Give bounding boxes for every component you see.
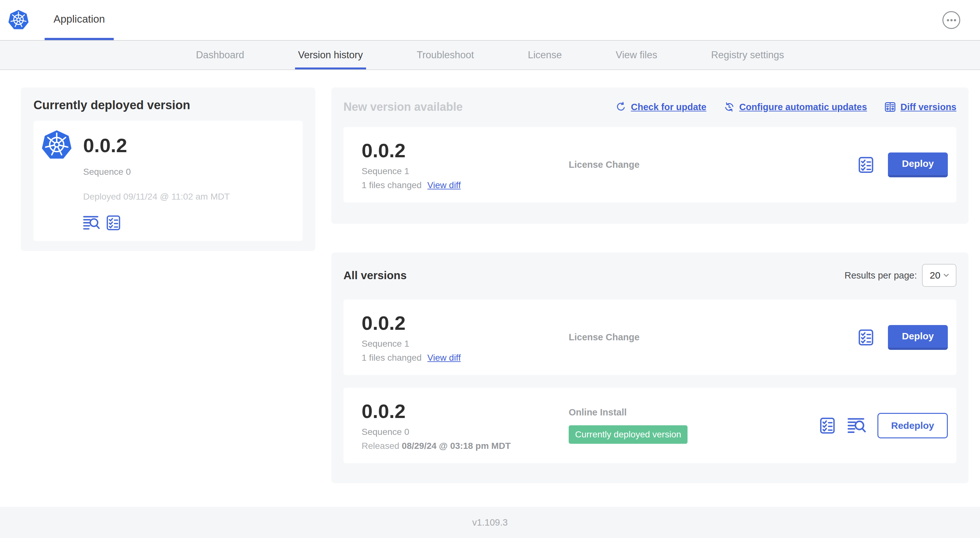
console-version-label: v1.109.3 (472, 517, 508, 528)
currently-deployed-panel: Currently deployed version 0.0.2 Sequenc… (21, 87, 315, 251)
auto-update-clock-icon (724, 101, 735, 113)
refresh-icon (615, 101, 627, 113)
main-content: Currently deployed version 0.0.2 Sequenc… (0, 70, 980, 507)
ellipsis-icon (947, 19, 956, 21)
chevron-down-icon (944, 274, 949, 277)
diff-icon (884, 101, 896, 113)
configure-automatic-updates-label[interactable]: Configure automatic updates (739, 102, 867, 113)
kubernetes-logo-icon (8, 10, 29, 30)
deploy-logs-icon[interactable] (848, 418, 866, 433)
files-changed-label: 1 files changed (362, 353, 422, 363)
version-source-label: Online Install (569, 407, 819, 418)
new-version-row: 0.0.2 Sequence 1 1 files changed View di… (344, 127, 956, 203)
version-row: 0.0.2 Sequence 0 Released 08/29/24 @ 03:… (344, 388, 956, 463)
app-footer: v1.109.3 (0, 507, 980, 538)
diff-versions-label[interactable]: Diff versions (900, 102, 956, 113)
currently-deployed-title: Currently deployed version (33, 98, 303, 112)
version-sequence: Sequence 1 (362, 339, 569, 349)
deployed-sequence: Sequence 0 (83, 167, 230, 177)
view-diff-link[interactable]: View diff (427, 353, 461, 363)
released-timestamp: Released 08/29/24 @ 03:18 pm MDT (362, 441, 569, 451)
check-for-update-link[interactable]: Check for update (615, 101, 706, 113)
currently-deployed-card: 0.0.2 Sequence 0 Deployed 09/11/24 @ 11:… (33, 121, 303, 241)
new-version-title: New version available (344, 100, 463, 114)
deployed-version-number: 0.0.2 (83, 134, 230, 157)
deploy-logs-icon[interactable] (83, 216, 100, 230)
app-header: Application (0, 0, 980, 41)
tab-registry-settings[interactable]: Registry settings (708, 41, 787, 70)
more-options-button[interactable] (942, 11, 960, 29)
tab-license[interactable]: License (525, 41, 565, 70)
app-title: Application (54, 13, 105, 25)
version-sequence: Sequence 1 (362, 166, 569, 176)
files-changed-label: 1 files changed (362, 180, 422, 190)
deployed-timestamp: Deployed 09/11/24 @ 11:02 am MDT (83, 192, 230, 202)
version-number: 0.0.2 (362, 139, 569, 162)
results-per-page-select[interactable]: 20 (922, 264, 956, 287)
currently-deployed-badge: Currently deployed version (569, 425, 687, 444)
preflight-checklist-icon[interactable] (858, 156, 875, 174)
version-sequence: Sequence 0 (362, 427, 569, 437)
results-per-page-value: 20 (930, 270, 940, 281)
tab-version-history[interactable]: Version history (295, 41, 366, 70)
version-row: 0.0.2 Sequence 1 1 files changed View di… (344, 300, 956, 375)
app-subnav: Dashboard Version history Troubleshoot L… (0, 41, 980, 70)
diff-versions-link[interactable]: Diff versions (884, 101, 956, 113)
results-per-page-label: Results per page: (845, 270, 917, 281)
kubernetes-logo-icon (42, 130, 72, 232)
version-number: 0.0.2 (362, 400, 569, 422)
version-number: 0.0.2 (362, 312, 569, 334)
deploy-button[interactable]: Deploy (888, 152, 948, 177)
preflight-checklist-icon[interactable] (858, 329, 875, 346)
view-diff-link[interactable]: View diff (427, 180, 461, 190)
configure-automatic-updates-link[interactable]: Configure automatic updates (724, 101, 867, 113)
redeploy-button[interactable]: Redeploy (877, 413, 948, 438)
tab-troubleshoot[interactable]: Troubleshoot (414, 41, 477, 70)
version-source-label: License Change (569, 332, 858, 343)
all-versions-title: All versions (344, 269, 407, 282)
tab-dashboard[interactable]: Dashboard (193, 41, 248, 70)
preflight-checklist-icon[interactable] (105, 214, 121, 231)
tab-view-files[interactable]: View files (612, 41, 660, 70)
app-logo (8, 0, 29, 40)
check-for-update-label[interactable]: Check for update (631, 102, 706, 113)
deploy-button[interactable]: Deploy (888, 325, 948, 350)
all-versions-panel: All versions Results per page: 20 0.0.2 … (331, 252, 969, 483)
new-version-panel: New version available Check for update C… (331, 87, 969, 224)
version-source-label: License Change (569, 159, 858, 170)
app-tab[interactable]: Application (45, 0, 114, 40)
preflight-checklist-icon[interactable] (819, 417, 836, 435)
